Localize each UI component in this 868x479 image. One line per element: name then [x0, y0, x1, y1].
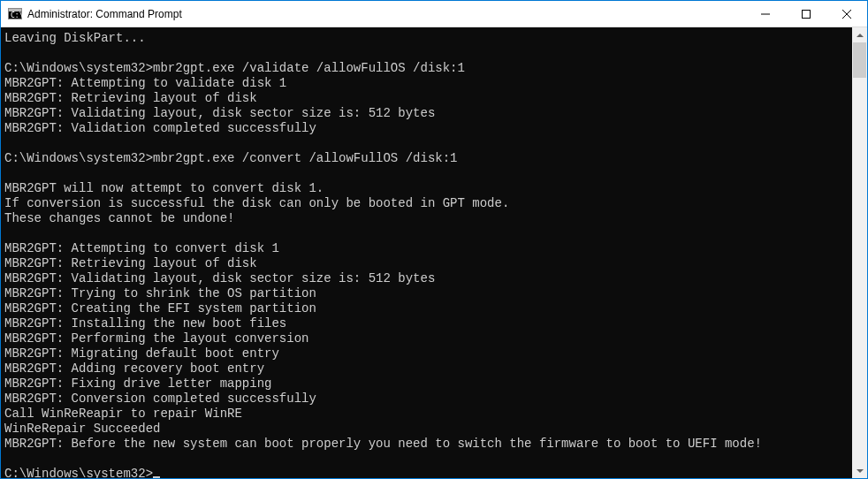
titlebar[interactable]: C:\ Administrator: Command Prompt [1, 1, 867, 27]
terminal-output[interactable]: Leaving DiskPart... C:\Windows\system32>… [1, 27, 852, 478]
scroll-down-arrow-icon[interactable] [852, 463, 867, 478]
terminal-line [4, 46, 852, 61]
window-controls [745, 1, 867, 27]
terminal-prompt[interactable]: C:\Windows\system32> [4, 467, 852, 478]
terminal-line: MBR2GPT: Adding recovery boot entry [4, 361, 852, 376]
terminal-line: These changes cannot be undone! [4, 211, 852, 226]
scroll-up-arrow-icon[interactable] [852, 27, 867, 42]
terminal-line: C:\Windows\system32>mbr2gpt.exe /validat… [4, 61, 852, 76]
terminal-line: MBR2GPT: Trying to shrink the OS partiti… [4, 286, 852, 301]
window: C:\ Administrator: Command Prompt Leavin… [1, 1, 867, 478]
vertical-scrollbar[interactable] [852, 27, 867, 478]
terminal-line: MBR2GPT will now attempt to convert disk… [4, 181, 852, 196]
window-title: Administrator: Command Prompt [27, 8, 745, 20]
terminal-line: MBR2GPT: Validation completed successful… [4, 121, 852, 136]
terminal-line: WinReRepair Succeeded [4, 422, 852, 437]
terminal-line: MBR2GPT: Installing the new boot files [4, 316, 852, 331]
scrollbar-thumb[interactable] [853, 42, 866, 78]
prompt-text: C:\Windows\system32> [4, 467, 153, 478]
terminal-line: Leaving DiskPart... [4, 31, 852, 46]
terminal-line: MBR2GPT: Migrating default boot entry [4, 346, 852, 361]
terminal-line [4, 452, 852, 467]
terminal-line: MBR2GPT: Conversion completed successful… [4, 392, 852, 407]
terminal-line [4, 226, 852, 241]
terminal-line: MBR2GPT: Attempting to convert disk 1 [4, 241, 852, 256]
terminal-line: C:\Windows\system32>mbr2gpt.exe /convert… [4, 151, 852, 166]
terminal-line: MBR2GPT: Fixing drive letter mapping [4, 376, 852, 392]
terminal-line: MBR2GPT: Before the new system can boot … [4, 437, 852, 452]
terminal-line: MBR2GPT: Retrieving layout of disk [4, 91, 852, 106]
terminal-line: MBR2GPT: Validating layout, disk sector … [4, 271, 852, 286]
terminal-line: MBR2GPT: Creating the EFI system partiti… [4, 301, 852, 316]
maximize-button[interactable] [786, 1, 826, 27]
terminal-line: MBR2GPT: Performing the layout conversio… [4, 331, 852, 346]
terminal-line: MBR2GPT: Validating layout, disk sector … [4, 106, 852, 121]
terminal-line: Call WinReReapir to repair WinRE [4, 407, 852, 422]
svg-rect-3 [803, 10, 811, 18]
terminal-line: MBR2GPT: Retrieving layout of disk [4, 256, 852, 271]
client-area: Leaving DiskPart... C:\Windows\system32>… [1, 27, 867, 478]
terminal-line [4, 166, 852, 181]
terminal-line [4, 136, 852, 151]
minimize-button[interactable] [745, 1, 786, 27]
terminal-line: If conversion is successful the disk can… [4, 196, 852, 211]
close-button[interactable] [826, 1, 867, 27]
cursor-icon [153, 476, 160, 478]
cmd-icon: C:\ [8, 7, 22, 21]
terminal-line: MBR2GPT: Attempting to validate disk 1 [4, 76, 852, 91]
svg-text:C:\: C:\ [11, 11, 22, 19]
